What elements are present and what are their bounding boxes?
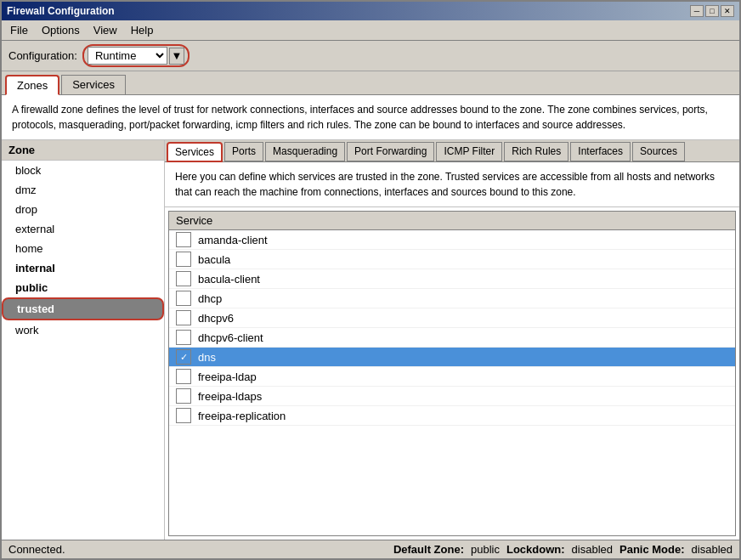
services-description: Here you can define which services are t… bbox=[165, 162, 739, 207]
zone-item-drop[interactable]: drop bbox=[2, 200, 164, 219]
title-bar-buttons: ─ □ ✕ bbox=[690, 5, 734, 17]
main-content: A firewalld zone defines the level of tr… bbox=[2, 95, 739, 540]
zone-item-trusted[interactable]: trusted bbox=[2, 297, 164, 320]
service-row-bacula: bacula bbox=[169, 250, 735, 269]
sub-tab-rich-rules[interactable]: Rich Rules bbox=[504, 142, 568, 161]
checkbox-dhcpv6[interactable] bbox=[176, 310, 191, 325]
service-label-bacula: bacula bbox=[198, 253, 230, 266]
lockdown-value: disabled bbox=[572, 543, 613, 556]
zone-header: Zone bbox=[2, 140, 164, 161]
sub-tab-sources[interactable]: Sources bbox=[632, 142, 685, 161]
sub-tab-icmp-filter[interactable]: ICMP Filter bbox=[436, 142, 502, 161]
service-label-bacula-client: bacula-client bbox=[198, 273, 260, 286]
checkbox-dns[interactable]: ✓ bbox=[176, 349, 191, 365]
service-row-freeipa-ldaps: freeipa-ldaps bbox=[169, 387, 735, 406]
sub-tab-port-forwarding[interactable]: Port Forwarding bbox=[347, 142, 434, 161]
service-label-freeipa-replication: freeipa-replication bbox=[198, 410, 286, 422]
zone-item-work[interactable]: work bbox=[2, 320, 164, 340]
title-bar: Firewall Configuration ─ □ ✕ bbox=[2, 2, 739, 20]
lockdown-label: Lockdown: bbox=[506, 543, 565, 556]
service-row-amanda-client: amanda-client bbox=[169, 230, 735, 250]
service-label-dhcpv6-client: dhcpv6-client bbox=[198, 331, 263, 344]
maximize-button[interactable]: □ bbox=[705, 5, 719, 17]
zone-panel: Zone block dmz drop external home intern… bbox=[2, 140, 165, 540]
config-select[interactable]: Runtime Permanent bbox=[88, 47, 167, 65]
checkbox-freeipa-replication[interactable] bbox=[176, 408, 191, 423]
service-row-freeipa-replication: freeipa-replication bbox=[169, 406, 735, 426]
menu-options[interactable]: Options bbox=[37, 22, 85, 38]
service-label-dhcp: dhcp bbox=[198, 292, 222, 305]
default-zone-label: Default Zone: bbox=[393, 543, 464, 556]
minimize-button[interactable]: ─ bbox=[690, 5, 704, 17]
menu-bar: File Options View Help bbox=[2, 20, 739, 41]
config-dropdown-wrapper: Runtime Permanent ▼ bbox=[82, 44, 189, 67]
zone-item-block[interactable]: block bbox=[2, 161, 164, 180]
service-row-freeipa-ldap: freeipa-ldap bbox=[169, 367, 735, 387]
checkbox-bacula-client[interactable] bbox=[176, 271, 191, 286]
checkbox-dhcpv6-client[interactable] bbox=[176, 330, 191, 345]
service-row-dns: ✓ dns bbox=[169, 348, 735, 367]
zone-description: A firewalld zone defines the level of tr… bbox=[2, 95, 739, 140]
toolbar: Configuration: Runtime Permanent ▼ bbox=[2, 41, 739, 71]
main-tabs: Zones Services bbox=[2, 71, 739, 95]
zone-item-internal[interactable]: internal bbox=[2, 258, 164, 278]
service-label-dhcpv6: dhcpv6 bbox=[198, 312, 234, 325]
sub-tabs-row: Services Ports Masquerading Port Forward… bbox=[165, 140, 739, 162]
service-row-dhcpv6-client: dhcpv6-client bbox=[169, 328, 735, 348]
service-label-freeipa-ldaps: freeipa-ldaps bbox=[198, 390, 262, 403]
dropdown-arrow-icon[interactable]: ▼ bbox=[169, 48, 184, 65]
status-bar: Connected. Default Zone: public Lockdown… bbox=[2, 540, 739, 558]
zone-item-home[interactable]: home bbox=[2, 239, 164, 258]
panic-mode-value: disabled bbox=[692, 543, 733, 556]
menu-file[interactable]: File bbox=[5, 22, 33, 38]
zone-item-dmz[interactable]: dmz bbox=[2, 180, 164, 200]
sub-tab-ports[interactable]: Ports bbox=[224, 142, 263, 161]
panic-mode-label: Panic Mode: bbox=[619, 543, 685, 556]
checkbox-dhcp[interactable] bbox=[176, 291, 191, 306]
sub-tab-services[interactable]: Services bbox=[167, 142, 223, 162]
default-zone-value: public bbox=[471, 543, 500, 556]
zone-item-public[interactable]: public bbox=[2, 278, 164, 297]
config-label: Configuration: bbox=[8, 49, 77, 62]
zone-item-external[interactable]: external bbox=[2, 219, 164, 239]
checkbox-amanda-client[interactable] bbox=[176, 232, 191, 247]
service-label-dns: dns bbox=[198, 351, 216, 364]
services-column-header: Service bbox=[168, 211, 736, 230]
sub-tab-masquerading[interactable]: Masquerading bbox=[265, 142, 345, 161]
services-list: amanda-client bacula bacula-client bbox=[168, 230, 736, 536]
service-row-bacula-client: bacula-client bbox=[169, 269, 735, 289]
service-label-amanda-client: amanda-client bbox=[198, 234, 268, 246]
zone-list: block dmz drop external home internal pu… bbox=[2, 161, 164, 540]
checkbox-freeipa-ldap[interactable] bbox=[176, 369, 191, 384]
service-row-dhcp: dhcp bbox=[169, 289, 735, 308]
sub-tab-interfaces[interactable]: Interfaces bbox=[570, 142, 631, 161]
checkbox-bacula[interactable] bbox=[176, 252, 191, 267]
service-label-freeipa-ldap: freeipa-ldap bbox=[198, 371, 257, 383]
service-row-dhcpv6: dhcpv6 bbox=[169, 308, 735, 328]
tab-services[interactable]: Services bbox=[61, 75, 126, 94]
close-button[interactable]: ✕ bbox=[721, 5, 734, 17]
window-title: Firewall Configuration bbox=[7, 5, 115, 17]
main-window: Firewall Configuration ─ □ ✕ File Option… bbox=[0, 0, 741, 560]
services-table: Service amanda-client bacula bacula-c bbox=[168, 211, 736, 536]
status-right: Default Zone: public Lockdown: disabled … bbox=[393, 543, 733, 556]
menu-help[interactable]: Help bbox=[126, 22, 159, 38]
menu-view[interactable]: View bbox=[88, 22, 122, 38]
content-area: Zone block dmz drop external home intern… bbox=[2, 140, 739, 540]
status-connection: Connected. bbox=[8, 543, 376, 556]
tab-zones[interactable]: Zones bbox=[5, 75, 59, 95]
right-panel: Services Ports Masquerading Port Forward… bbox=[165, 140, 739, 540]
checkbox-freeipa-ldaps[interactable] bbox=[176, 388, 191, 404]
